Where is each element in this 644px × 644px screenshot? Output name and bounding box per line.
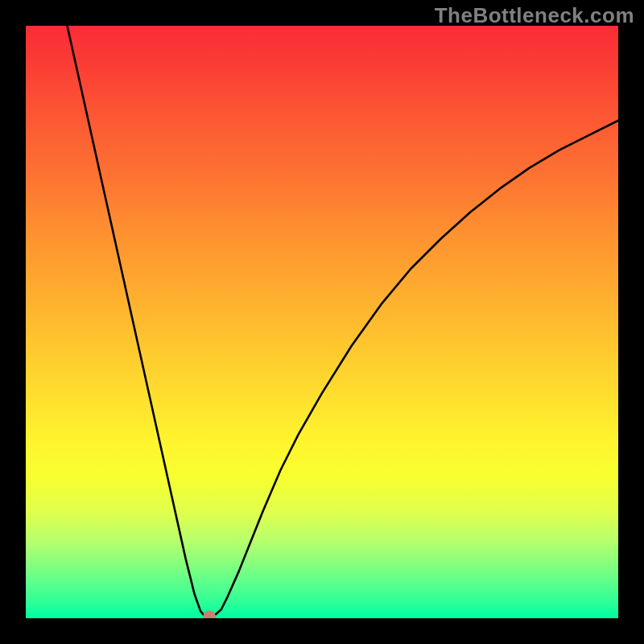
curve-layer	[26, 26, 618, 618]
watermark-text: TheBottleneck.com	[435, 3, 634, 28]
chart-frame: TheBottleneck.com	[0, 0, 644, 644]
plot-area	[26, 26, 618, 618]
minimum-marker	[203, 611, 216, 618]
bottleneck-curve	[68, 26, 618, 617]
